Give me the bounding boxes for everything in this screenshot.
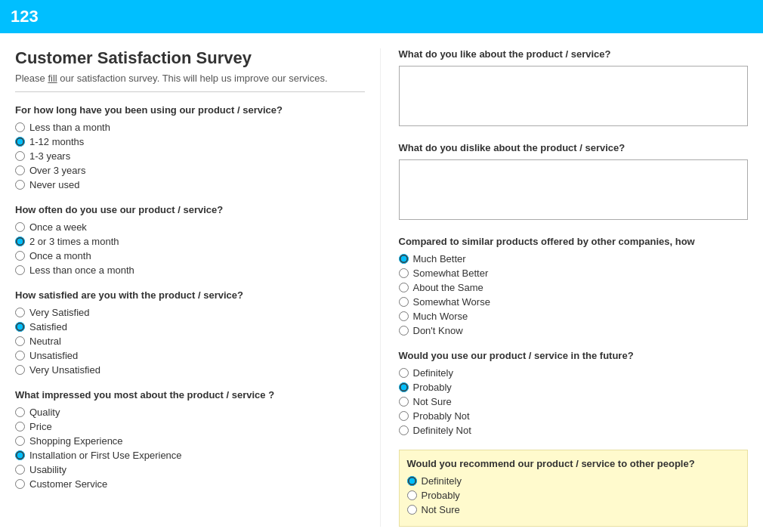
future-option-probably-not[interactable]: Probably Not xyxy=(399,410,749,422)
future-radio-definitely-not[interactable] xyxy=(399,425,409,435)
recommend-option-probably[interactable]: Probably xyxy=(407,490,740,501)
q3-label-unsatisfied: Unsatisfied xyxy=(29,350,78,361)
q4-radio-quality[interactable] xyxy=(15,407,25,417)
q2-radio-once-month[interactable] xyxy=(15,251,25,261)
compare-label-about-same: About the Same xyxy=(413,282,483,293)
q3-option-unsatisfied[interactable]: Unsatisfied xyxy=(15,350,365,361)
q1-option-over-3-years[interactable]: Over 3 years xyxy=(15,165,365,176)
q1-option-1-12-months[interactable]: 1-12 months xyxy=(15,136,365,147)
right-column: What do you like about the product / ser… xyxy=(381,48,749,527)
q-like-label: What do you like about the product / ser… xyxy=(399,48,749,60)
compare-radio-somewhat-better[interactable] xyxy=(399,268,409,278)
q4-radio-customer-service[interactable] xyxy=(15,479,25,489)
q1-radio-over-3-years[interactable] xyxy=(15,165,25,175)
q2-label-once-month: Once a month xyxy=(29,250,91,261)
q2-option-once-week[interactable]: Once a week xyxy=(15,221,365,233)
compare-radio-much-worse[interactable] xyxy=(399,311,409,321)
q1-radio-less-than-month[interactable] xyxy=(15,122,25,132)
q1-option-never-used[interactable]: Never used xyxy=(15,179,365,190)
recommend-option-not-sure[interactable]: Not Sure xyxy=(407,504,740,515)
q3-radio-neutral[interactable] xyxy=(15,336,25,346)
compare-option-dont-know[interactable]: Don't Know xyxy=(399,325,749,336)
q-compare-group: Compared to similar products offered by … xyxy=(399,236,749,336)
q2-radio-once-week[interactable] xyxy=(15,222,25,232)
q-recommend-group: Would you recommend our product / servic… xyxy=(399,450,749,527)
q4-label-usability: Usability xyxy=(29,464,66,475)
future-option-not-sure[interactable]: Not Sure xyxy=(399,396,749,407)
q3-option-neutral[interactable]: Neutral xyxy=(15,336,365,347)
q1-option-less-than-month[interactable]: Less than a month xyxy=(15,122,365,133)
compare-label-much-better: Much Better xyxy=(413,253,466,264)
q3-option-very-unsatisfied[interactable]: Very Unsatisfied xyxy=(15,364,365,376)
survey-title: Customer Satisfaction Survey xyxy=(15,48,365,68)
q4-radio-shopping[interactable] xyxy=(15,436,25,446)
future-radio-not-sure[interactable] xyxy=(399,397,409,407)
recommend-radio-not-sure[interactable] xyxy=(407,505,417,515)
recommend-radio-definitely[interactable] xyxy=(407,476,417,486)
q4-option-installation[interactable]: Installation or First Use Experience xyxy=(15,450,365,461)
future-option-probably[interactable]: Probably xyxy=(399,382,749,393)
q2-radio-less-once-month[interactable] xyxy=(15,265,25,275)
compare-radio-somewhat-worse[interactable] xyxy=(399,297,409,307)
q4-option-shopping[interactable]: Shopping Experience xyxy=(15,435,365,447)
q1-label-1-3-years: 1-3 years xyxy=(29,150,70,162)
compare-option-somewhat-better[interactable]: Somewhat Better xyxy=(399,268,749,279)
future-label-probably: Probably xyxy=(413,382,452,393)
q2-label-2-3-times: 2 or 3 times a month xyxy=(29,236,119,247)
q3-option-very-satisfied[interactable]: Very Satisfied xyxy=(15,307,365,318)
logo: 123 xyxy=(11,7,39,26)
q4-radio-price[interactable] xyxy=(15,422,25,431)
q4-option-quality[interactable]: Quality xyxy=(15,407,365,418)
q2-option-less-once-month[interactable]: Less than once a month xyxy=(15,264,365,276)
q1-option-1-3-years[interactable]: 1-3 years xyxy=(15,150,365,162)
q3-radio-very-satisfied[interactable] xyxy=(15,308,25,317)
q1-radio-1-3-years[interactable] xyxy=(15,151,25,161)
q1-label-never-used: Never used xyxy=(29,179,79,190)
question-2-label: How often do you use our product / servi… xyxy=(15,204,365,215)
future-option-definitely[interactable]: Definitely xyxy=(399,367,749,379)
q4-option-customer-service[interactable]: Customer Service xyxy=(15,478,365,490)
q2-option-2-3-times[interactable]: 2 or 3 times a month xyxy=(15,236,365,247)
q3-label-very-satisfied: Very Satisfied xyxy=(29,307,90,318)
q4-option-usability[interactable]: Usability xyxy=(15,464,365,475)
q2-option-once-month[interactable]: Once a month xyxy=(15,250,365,261)
future-radio-probably[interactable] xyxy=(399,382,409,392)
question-4: What impressed you most about the produc… xyxy=(15,389,365,490)
compare-option-about-same[interactable]: About the Same xyxy=(399,282,749,293)
q-dislike-textarea[interactable] xyxy=(399,159,749,220)
q-future-group: Would you use our product / service in t… xyxy=(399,350,749,436)
q3-label-satisfied: Satisfied xyxy=(29,321,67,332)
q2-radio-2-3-times[interactable] xyxy=(15,237,25,246)
compare-radio-much-better[interactable] xyxy=(399,254,409,264)
future-option-definitely-not[interactable]: Definitely Not xyxy=(399,425,749,436)
q3-radio-satisfied[interactable] xyxy=(15,322,25,332)
question-2: How often do you use our product / servi… xyxy=(15,204,365,276)
compare-option-much-better[interactable]: Much Better xyxy=(399,253,749,264)
q4-radio-usability[interactable] xyxy=(15,465,25,475)
future-radio-definitely[interactable] xyxy=(399,368,409,378)
future-radio-probably-not[interactable] xyxy=(399,411,409,421)
recommend-label-probably: Probably xyxy=(422,490,460,501)
compare-option-much-worse[interactable]: Much Worse xyxy=(399,311,749,322)
future-label-definitely-not: Definitely Not xyxy=(413,425,471,436)
q-like-group: What do you like about the product / ser… xyxy=(399,48,749,128)
question-4-label: What impressed you most about the produc… xyxy=(15,389,365,401)
q1-radio-1-12-months[interactable] xyxy=(15,137,25,147)
compare-option-somewhat-worse[interactable]: Somewhat Worse xyxy=(399,296,749,308)
compare-label-dont-know: Don't Know xyxy=(413,325,463,336)
q3-radio-very-unsatisfied[interactable] xyxy=(15,365,25,375)
q3-radio-unsatisfied[interactable] xyxy=(15,351,25,360)
q3-option-satisfied[interactable]: Satisfied xyxy=(15,321,365,332)
recommend-option-definitely[interactable]: Definitely xyxy=(407,475,740,487)
recommend-radio-probably[interactable] xyxy=(407,490,417,500)
q1-radio-never-used[interactable] xyxy=(15,180,25,190)
q4-option-price[interactable]: Price xyxy=(15,421,365,432)
q4-label-price: Price xyxy=(29,421,52,432)
q-compare-label: Compared to similar products offered by … xyxy=(399,236,749,247)
question-1-label: For how long have you been using our pro… xyxy=(15,104,365,116)
q-like-textarea[interactable] xyxy=(399,66,749,126)
compare-radio-dont-know[interactable] xyxy=(399,326,409,336)
compare-radio-about-same[interactable] xyxy=(399,283,409,292)
q4-radio-installation[interactable] xyxy=(15,450,25,460)
q4-label-shopping: Shopping Experience xyxy=(29,435,123,447)
